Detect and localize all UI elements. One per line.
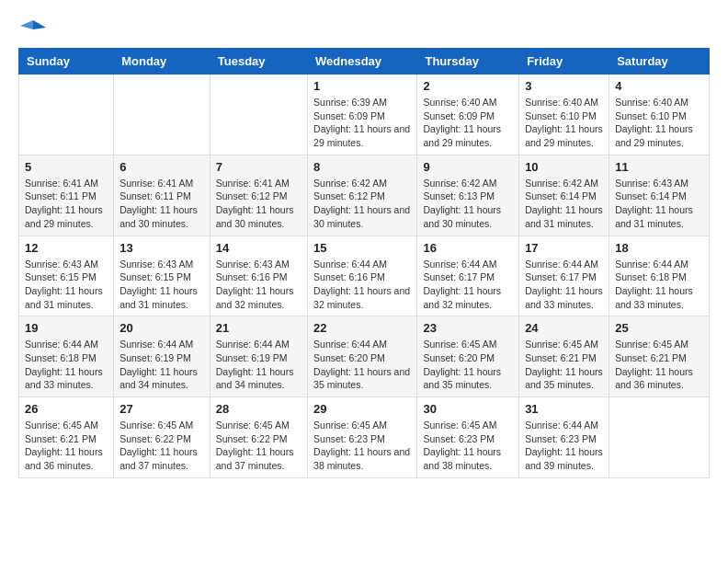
day-info: Sunrise: 6:41 AMSunset: 6:12 PMDaylight:… xyxy=(216,177,301,231)
calendar-header-wednesday: Wednesday xyxy=(308,49,417,75)
day-number: 27 xyxy=(119,402,204,416)
day-number: 30 xyxy=(423,402,513,416)
calendar-cell: 10Sunrise: 6:42 AMSunset: 6:14 PMDayligh… xyxy=(519,155,609,236)
calendar-header-sunday: Sunday xyxy=(19,49,114,75)
day-number: 8 xyxy=(313,160,411,174)
day-info: Sunrise: 6:44 AMSunset: 6:18 PMDaylight:… xyxy=(615,258,703,312)
calendar-cell xyxy=(114,75,210,155)
day-number: 4 xyxy=(615,79,703,93)
day-info: Sunrise: 6:45 AMSunset: 6:21 PMDaylight:… xyxy=(25,419,108,473)
calendar-cell: 8Sunrise: 6:42 AMSunset: 6:12 PMDaylight… xyxy=(308,155,417,236)
day-info: Sunrise: 6:44 AMSunset: 6:19 PMDaylight:… xyxy=(119,338,204,392)
day-info: Sunrise: 6:44 AMSunset: 6:17 PMDaylight:… xyxy=(423,258,513,312)
calendar-cell: 25Sunrise: 6:45 AMSunset: 6:21 PMDayligh… xyxy=(609,316,710,397)
day-info: Sunrise: 6:44 AMSunset: 6:20 PMDaylight:… xyxy=(313,338,411,392)
day-number: 31 xyxy=(525,402,603,416)
day-info: Sunrise: 6:43 AMSunset: 6:15 PMDaylight:… xyxy=(25,258,108,312)
calendar-cell xyxy=(19,75,114,155)
day-info: Sunrise: 6:44 AMSunset: 6:18 PMDaylight:… xyxy=(25,338,108,392)
calendar-cell: 21Sunrise: 6:44 AMSunset: 6:19 PMDayligh… xyxy=(210,316,307,397)
day-info: Sunrise: 6:43 AMSunset: 6:15 PMDaylight:… xyxy=(119,258,204,312)
day-info: Sunrise: 6:44 AMSunset: 6:23 PMDaylight:… xyxy=(525,419,603,473)
day-info: Sunrise: 6:44 AMSunset: 6:19 PMDaylight:… xyxy=(216,338,301,392)
calendar-header-row: SundayMondayTuesdayWednesdayThursdayFrid… xyxy=(19,49,710,75)
day-number: 2 xyxy=(423,79,513,93)
calendar-cell: 2Sunrise: 6:40 AMSunset: 6:09 PMDaylight… xyxy=(417,75,519,155)
calendar-cell: 30Sunrise: 6:45 AMSunset: 6:23 PMDayligh… xyxy=(417,397,519,478)
day-number: 1 xyxy=(313,79,411,93)
day-info: Sunrise: 6:39 AMSunset: 6:09 PMDaylight:… xyxy=(313,96,411,150)
calendar-cell: 5Sunrise: 6:41 AMSunset: 6:11 PMDaylight… xyxy=(19,155,114,236)
calendar-cell xyxy=(609,397,710,478)
day-number: 14 xyxy=(216,241,301,255)
calendar-cell: 26Sunrise: 6:45 AMSunset: 6:21 PMDayligh… xyxy=(19,397,114,478)
day-info: Sunrise: 6:42 AMSunset: 6:14 PMDaylight:… xyxy=(525,177,603,231)
day-info: Sunrise: 6:45 AMSunset: 6:23 PMDaylight:… xyxy=(313,419,411,473)
day-number: 21 xyxy=(216,321,301,335)
calendar-cell: 28Sunrise: 6:45 AMSunset: 6:22 PMDayligh… xyxy=(210,397,307,478)
day-number: 16 xyxy=(423,241,513,255)
calendar-cell: 24Sunrise: 6:45 AMSunset: 6:21 PMDayligh… xyxy=(519,316,609,397)
calendar-cell: 29Sunrise: 6:45 AMSunset: 6:23 PMDayligh… xyxy=(308,397,417,478)
day-info: Sunrise: 6:45 AMSunset: 6:21 PMDaylight:… xyxy=(525,338,603,392)
day-info: Sunrise: 6:41 AMSunset: 6:11 PMDaylight:… xyxy=(119,177,204,231)
svg-marker-0 xyxy=(33,20,46,29)
calendar-header-monday: Monday xyxy=(114,49,210,75)
calendar-week-row: 19Sunrise: 6:44 AMSunset: 6:18 PMDayligh… xyxy=(19,316,710,397)
calendar-header-friday: Friday xyxy=(519,49,609,75)
calendar-cell: 23Sunrise: 6:45 AMSunset: 6:20 PMDayligh… xyxy=(417,316,519,397)
day-number: 29 xyxy=(313,402,411,416)
day-number: 22 xyxy=(313,321,411,335)
calendar-week-row: 26Sunrise: 6:45 AMSunset: 6:21 PMDayligh… xyxy=(19,397,710,478)
day-info: Sunrise: 6:40 AMSunset: 6:09 PMDaylight:… xyxy=(423,96,513,150)
day-number: 10 xyxy=(525,160,603,174)
day-number: 11 xyxy=(615,160,703,174)
logo xyxy=(18,18,46,39)
day-number: 25 xyxy=(615,321,703,335)
calendar-cell: 15Sunrise: 6:44 AMSunset: 6:16 PMDayligh… xyxy=(308,236,417,316)
logo-bird-icon xyxy=(20,18,46,39)
calendar-cell: 22Sunrise: 6:44 AMSunset: 6:20 PMDayligh… xyxy=(308,316,417,397)
day-number: 23 xyxy=(423,321,513,335)
calendar-cell: 31Sunrise: 6:44 AMSunset: 6:23 PMDayligh… xyxy=(519,397,609,478)
calendar-cell: 3Sunrise: 6:40 AMSunset: 6:10 PMDaylight… xyxy=(519,75,609,155)
calendar-cell: 11Sunrise: 6:43 AMSunset: 6:14 PMDayligh… xyxy=(609,155,710,236)
day-number: 13 xyxy=(119,241,204,255)
day-number: 17 xyxy=(525,241,603,255)
calendar-header-tuesday: Tuesday xyxy=(210,49,307,75)
calendar-week-row: 5Sunrise: 6:41 AMSunset: 6:11 PMDaylight… xyxy=(19,155,710,236)
calendar-cell: 6Sunrise: 6:41 AMSunset: 6:11 PMDaylight… xyxy=(114,155,210,236)
calendar-cell: 13Sunrise: 6:43 AMSunset: 6:15 PMDayligh… xyxy=(114,236,210,316)
day-info: Sunrise: 6:44 AMSunset: 6:17 PMDaylight:… xyxy=(525,258,603,312)
calendar-cell: 1Sunrise: 6:39 AMSunset: 6:09 PMDaylight… xyxy=(308,75,417,155)
day-info: Sunrise: 6:40 AMSunset: 6:10 PMDaylight:… xyxy=(525,96,603,150)
calendar-week-row: 12Sunrise: 6:43 AMSunset: 6:15 PMDayligh… xyxy=(19,236,710,316)
day-info: Sunrise: 6:42 AMSunset: 6:12 PMDaylight:… xyxy=(313,177,411,231)
day-info: Sunrise: 6:45 AMSunset: 6:20 PMDaylight:… xyxy=(423,338,513,392)
day-info: Sunrise: 6:41 AMSunset: 6:11 PMDaylight:… xyxy=(25,177,108,231)
day-number: 26 xyxy=(25,402,108,416)
day-info: Sunrise: 6:43 AMSunset: 6:16 PMDaylight:… xyxy=(216,258,301,312)
calendar-cell: 4Sunrise: 6:40 AMSunset: 6:10 PMDaylight… xyxy=(609,75,710,155)
calendar-cell: 14Sunrise: 6:43 AMSunset: 6:16 PMDayligh… xyxy=(210,236,307,316)
day-info: Sunrise: 6:43 AMSunset: 6:14 PMDaylight:… xyxy=(615,177,703,231)
day-number: 7 xyxy=(216,160,301,174)
header xyxy=(18,18,710,39)
day-number: 9 xyxy=(423,160,513,174)
day-number: 19 xyxy=(25,321,108,335)
calendar-cell: 18Sunrise: 6:44 AMSunset: 6:18 PMDayligh… xyxy=(609,236,710,316)
day-info: Sunrise: 6:44 AMSunset: 6:16 PMDaylight:… xyxy=(313,258,411,312)
calendar-cell: 17Sunrise: 6:44 AMSunset: 6:17 PMDayligh… xyxy=(519,236,609,316)
day-info: Sunrise: 6:45 AMSunset: 6:21 PMDaylight:… xyxy=(615,338,703,392)
day-number: 18 xyxy=(615,241,703,255)
day-number: 3 xyxy=(525,79,603,93)
svg-marker-1 xyxy=(20,20,33,29)
day-info: Sunrise: 6:45 AMSunset: 6:22 PMDaylight:… xyxy=(216,419,301,473)
day-number: 20 xyxy=(119,321,204,335)
day-number: 15 xyxy=(313,241,411,255)
day-info: Sunrise: 6:40 AMSunset: 6:10 PMDaylight:… xyxy=(615,96,703,150)
day-info: Sunrise: 6:45 AMSunset: 6:22 PMDaylight:… xyxy=(119,419,204,473)
calendar: SundayMondayTuesdayWednesdayThursdayFrid… xyxy=(18,48,710,478)
day-number: 12 xyxy=(25,241,108,255)
day-number: 28 xyxy=(216,402,301,416)
